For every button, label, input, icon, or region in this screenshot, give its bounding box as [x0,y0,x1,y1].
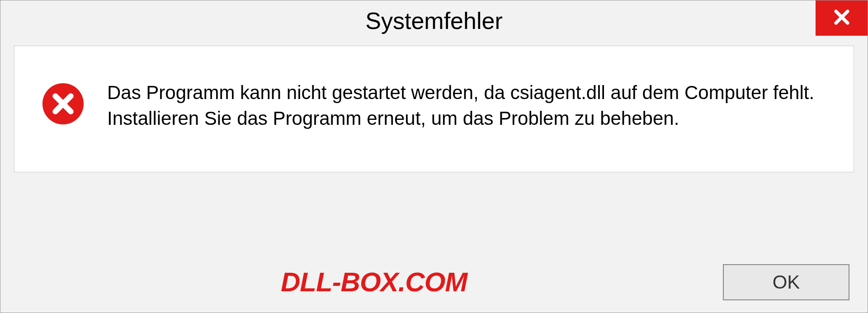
dialog-title: Systemfehler [365,7,502,34]
close-icon [832,7,852,29]
error-dialog: Systemfehler Das Programm kann nicht ges… [0,0,868,313]
close-button[interactable] [816,0,868,36]
dialog-footer: DLL-BOX.COM OK [0,251,868,313]
watermark-text: DLL-BOX.COM [281,266,467,298]
error-message: Das Programm kann nicht gestartet werden… [107,78,826,131]
error-icon [42,82,85,125]
titlebar: Systemfehler [0,0,868,41]
content-box: Das Programm kann nicht gestartet werden… [14,46,854,172]
ok-button[interactable]: OK [723,264,849,300]
